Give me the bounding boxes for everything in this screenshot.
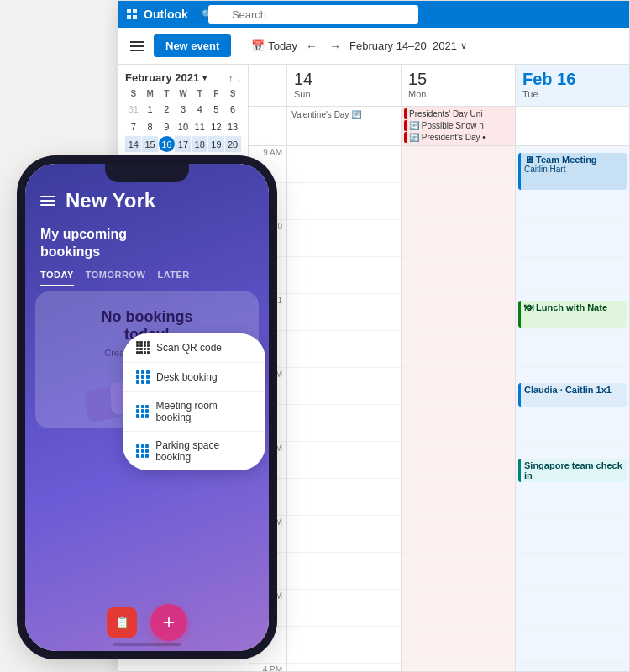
today-cell[interactable]: 16 — [159, 136, 175, 152]
popup-item-meeting-room[interactable]: Meeting room booking — [123, 392, 265, 432]
notification-badge[interactable]: 📋 — [107, 607, 137, 638]
qr-code-icon — [136, 341, 150, 354]
prev-week-button[interactable]: ← — [302, 38, 321, 55]
add-icon: + — [163, 611, 175, 634]
day-cell[interactable]: 12 — [208, 118, 224, 134]
tab-today[interactable]: Today — [40, 265, 74, 286]
month-chevron-icon: ▾ — [202, 73, 207, 82]
day-col-mon[interactable] — [401, 146, 515, 671]
desk-booking-label: Desk booking — [156, 371, 218, 383]
event-lunch-nate[interactable]: 🍽 Lunch with Nate — [518, 301, 627, 328]
outlook-cal-main: 14 Sun 15 Mon Feb 16 Tue Valentine's Day… — [249, 65, 629, 671]
calendar-days: 31 1 2 3 4 5 6 7 8 9 10 11 12 13 14 15 1… — [125, 100, 241, 171]
event-claudia-caitlin[interactable]: Claudia · Caitlin 1x1 — [518, 383, 627, 407]
allday-event-valentines: Valentine's Day 🔄 — [290, 108, 398, 121]
day-cell[interactable]: 10 — [175, 118, 191, 134]
allday-gutter — [249, 107, 286, 145]
calendar-icon: 📅 — [251, 39, 265, 52]
phone-content-card: No bookingstoday! Create a new one bycli… — [35, 291, 259, 428]
day-cell[interactable]: 17 — [175, 136, 191, 152]
next-week-button[interactable]: → — [326, 38, 344, 55]
allday-col-sun: Valentine's Day 🔄 — [286, 107, 401, 145]
day-cell[interactable]: 2 — [159, 101, 175, 117]
day-cell[interactable]: 6 — [225, 101, 241, 117]
home-indicator — [113, 643, 181, 646]
day-header-mon: 15 Mon — [401, 65, 515, 106]
phone-shell: New York My upcomingbookings Today Tomor… — [25, 164, 269, 651]
meeting-room-label: Meeting room booking — [155, 400, 252, 423]
day-cell[interactable]: 9 — [159, 118, 175, 134]
parking-label: Parking space booking — [155, 439, 252, 463]
time-slot-4pm: 4 PM — [249, 664, 286, 671]
today-button[interactable]: 📅 Today — [251, 39, 297, 52]
allday-event-presidents-day: Presidents' Day Uni — [404, 108, 512, 119]
allday-col-tue — [515, 107, 629, 145]
tab-later[interactable]: Later — [157, 265, 189, 286]
mini-cal-header: February 2021 ▾ ↑ ↓ — [125, 71, 241, 84]
day-cell[interactable]: 18 — [192, 136, 207, 152]
bookings-title: My upcomingbookings — [25, 221, 269, 265]
day-cell[interactable]: 11 — [192, 118, 207, 134]
day-cell[interactable]: 5 — [208, 101, 224, 117]
scan-qr-label: Scan QR code — [156, 342, 222, 354]
search-input[interactable] — [208, 5, 418, 24]
mini-cal-prev[interactable]: ↑ — [228, 73, 234, 83]
outlook-titlebar: Outlook 🔍 — [118, 1, 629, 28]
phone-container: New York My upcomingbookings Today Tomor… — [25, 164, 269, 651]
day-cell[interactable]: 20 — [225, 136, 241, 152]
phone-bottom-bar: 📋 + — [25, 604, 269, 641]
day-cell[interactable]: 8 — [142, 118, 158, 134]
hamburger-menu-icon[interactable] — [40, 196, 55, 206]
day-cell[interactable]: 19 — [208, 136, 224, 152]
event-team-meeting[interactable]: 🖥 Team Meeting Caitlin Hart — [518, 153, 627, 190]
outlook-sidebar: February 2021 ▾ ↑ ↓ S M T W T F S 31 1 — [118, 65, 249, 177]
toolbar-nav: 📅 Today ← → February 14–20, 2021 ∨ — [251, 38, 467, 55]
day-col-tue[interactable]: 🖥 Team Meeting Caitlin Hart 🍽 Lunch with… — [515, 146, 629, 671]
outlook-app-title: Outlook — [144, 8, 188, 21]
fab-add-button[interactable]: + — [150, 604, 187, 641]
cal-day-headers: 14 Sun 15 Mon Feb 16 Tue — [249, 65, 629, 107]
outlook-app-icon — [127, 9, 137, 19]
day-col-sun[interactable] — [286, 146, 401, 671]
parking-icon — [136, 444, 149, 458]
day-cell[interactable]: 15 — [142, 136, 158, 152]
new-event-button[interactable]: New event — [154, 34, 231, 57]
popup-item-parking[interactable]: Parking space booking — [123, 432, 265, 470]
phone-screen: New York My upcomingbookings Today Tomor… — [25, 164, 269, 651]
badge-icon: 📋 — [115, 616, 129, 629]
meeting-room-icon — [136, 405, 149, 418]
day-header-sun: 14 Sun — [286, 65, 401, 106]
mini-cal-next[interactable]: ↓ — [237, 73, 242, 83]
day-cell[interactable]: 14 — [125, 136, 141, 152]
allday-event-snow: 🔄 Possible Snow n — [404, 120, 512, 131]
phone-notch — [105, 164, 189, 182]
date-range-label: February 14–20, 2021 ∨ — [349, 39, 467, 52]
popup-item-scan-qr[interactable]: Scan QR code — [123, 333, 265, 363]
day-cell[interactable]: 13 — [225, 118, 241, 134]
mini-cal-month: February 2021 ▾ — [125, 71, 207, 84]
tab-tomorrow[interactable]: Tomorrow — [86, 265, 146, 286]
day-headers: S M T W T F S — [125, 89, 241, 98]
event-singapore[interactable]: Singapore team check in — [518, 459, 627, 482]
date-range-chevron: ∨ — [460, 40, 467, 51]
popup-item-desk-booking[interactable]: Desk booking — [123, 363, 265, 392]
phone-tabs: Today Tomorrow Later — [25, 265, 269, 286]
allday-event-presidents-day2: 🔄 President's Day • — [404, 132, 512, 143]
desk-booking-icon — [136, 370, 150, 384]
hamburger-button[interactable] — [127, 38, 147, 55]
search-wrapper: 🔍 — [195, 5, 418, 24]
day-cell[interactable]: 3 — [175, 101, 191, 117]
day-header-tue: Feb 16 Tue — [515, 65, 629, 106]
day-cell[interactable]: 1 — [142, 101, 158, 117]
day-cell[interactable]: 4 — [192, 101, 207, 117]
mini-cal-arrows: ↑ ↓ — [228, 73, 241, 83]
outlook-toolbar: New event 📅 Today ← → February 14–20, 20… — [118, 28, 629, 65]
cal-allday-row: Valentine's Day 🔄 Presidents' Day Uni 🔄 … — [249, 107, 629, 146]
day-cell[interactable]: 31 — [125, 101, 141, 117]
mini-cal-grid: S M T W T F S 31 1 2 3 4 5 6 7 8 9 — [125, 89, 241, 171]
cal-time-grid: 9 AM 10 11 12 PM 1 PM 2 PM 3 PM 4 PM — [249, 146, 629, 671]
phone-popup-menu: Scan QR code Desk booking — [123, 333, 265, 470]
allday-col-mon: Presidents' Day Uni 🔄 Possible Snow n 🔄 … — [401, 107, 515, 145]
city-label: New York — [66, 189, 155, 213]
day-cell[interactable]: 7 — [125, 118, 141, 134]
